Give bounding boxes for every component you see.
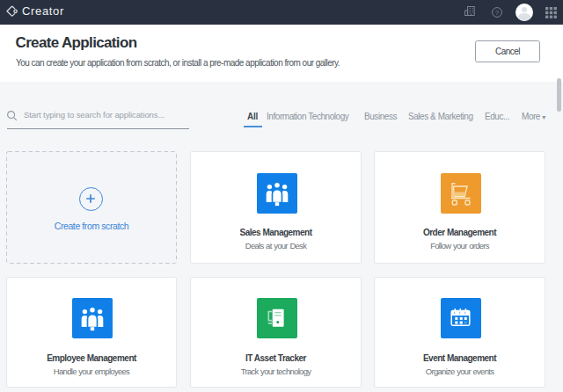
svg-text:?: ? [495, 9, 500, 17]
